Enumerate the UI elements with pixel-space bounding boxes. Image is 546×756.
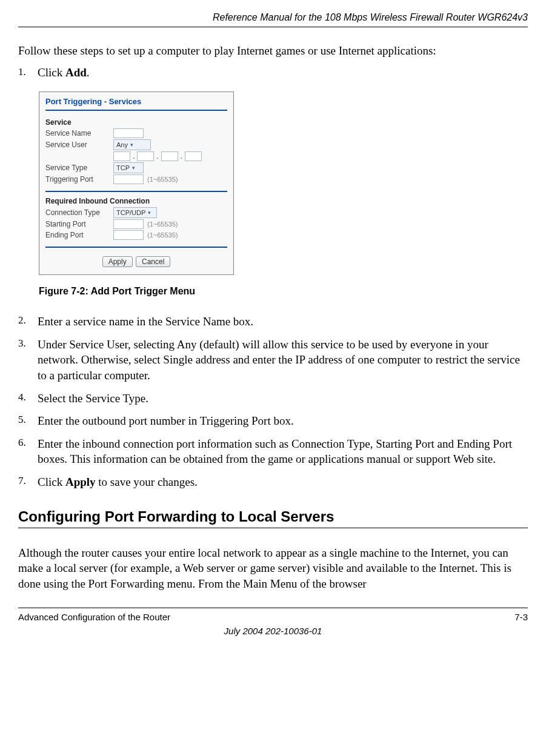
step-6: Enter the inbound connection port inform…: [18, 436, 528, 467]
step-1: Click Add.: [18, 66, 528, 79]
ip-octet-2-input[interactable]: [137, 151, 154, 161]
footer-center: July 2004 202-10036-01: [18, 626, 528, 636]
ending-port-input[interactable]: [113, 230, 144, 240]
step-1-prefix: Click: [38, 66, 65, 79]
service-name-input[interactable]: [113, 128, 144, 138]
ending-port-label: Ending Port: [45, 231, 111, 239]
footer-right: 7-3: [514, 612, 528, 622]
intro-text: Follow these steps to set up a computer …: [18, 44, 528, 58]
ip-octet-4-input[interactable]: [185, 151, 202, 161]
step-2: Enter a service name in the Service Name…: [18, 314, 528, 330]
dot-icon: .: [181, 152, 182, 161]
starting-port-input[interactable]: [113, 219, 144, 229]
inbound-heading: Required Inbound Connection: [39, 196, 233, 207]
figure-separator: [45, 247, 227, 248]
step-7-suffix: to save your changes.: [96, 476, 198, 488]
port-triggering-figure: Port Triggering - Services Service Servi…: [39, 91, 234, 275]
connection-type-label: Connection Type: [45, 208, 111, 217]
ending-port-hint: (1~65535): [147, 231, 178, 239]
figure-separator: [45, 191, 227, 192]
ip-octet-3-input[interactable]: [161, 151, 178, 161]
ip-octet-1-input[interactable]: [113, 151, 130, 161]
figure-caption: Figure 7-2: Add Port Trigger Menu: [39, 286, 528, 297]
service-type-label: Service Type: [45, 164, 111, 172]
service-heading: Service: [39, 117, 233, 128]
connection-type-select[interactable]: TCP/UDP: [113, 207, 157, 218]
cancel-button[interactable]: Cancel: [136, 256, 170, 267]
triggering-port-label: Triggering Port: [45, 175, 111, 184]
service-type-select[interactable]: TCP: [113, 162, 144, 173]
running-header: Reference Manual for the 108 Mbps Wirele…: [18, 12, 528, 27]
section-body-text: Although the router causes your entire l…: [18, 545, 528, 592]
step-4: Select the Service Type.: [18, 391, 528, 406]
starting-port-label: Starting Port: [45, 220, 111, 228]
dot-icon: .: [133, 152, 135, 161]
step-3: Under Service User, selecting Any (defau…: [18, 337, 528, 383]
section-heading: Configuring Port Forwarding to Local Ser…: [18, 508, 528, 528]
triggering-port-hint: (1~65535): [147, 176, 178, 183]
service-name-label: Service Name: [45, 129, 111, 138]
triggering-port-input[interactable]: [113, 174, 144, 184]
step-5: Enter the outbound port number in Trigge…: [18, 413, 528, 429]
step-7-prefix: Click: [38, 476, 65, 488]
step-7: Click Apply to save your changes.: [18, 474, 528, 490]
step-1-suffix: .: [87, 66, 90, 79]
figure-separator: [45, 110, 227, 111]
service-user-select[interactable]: Any: [113, 139, 151, 150]
step-1-bold: Add: [65, 66, 87, 79]
starting-port-hint: (1~65535): [147, 220, 178, 228]
dot-icon: .: [156, 152, 158, 161]
apply-button[interactable]: Apply: [102, 256, 133, 267]
figure-panel-title: Port Triggering - Services: [39, 92, 233, 110]
step-7-bold: Apply: [65, 476, 96, 488]
footer-left: Advanced Configuration of the Router: [18, 612, 170, 622]
service-user-label: Service User: [45, 141, 111, 149]
page-footer: Advanced Configuration of the Router 7-3: [18, 608, 528, 622]
